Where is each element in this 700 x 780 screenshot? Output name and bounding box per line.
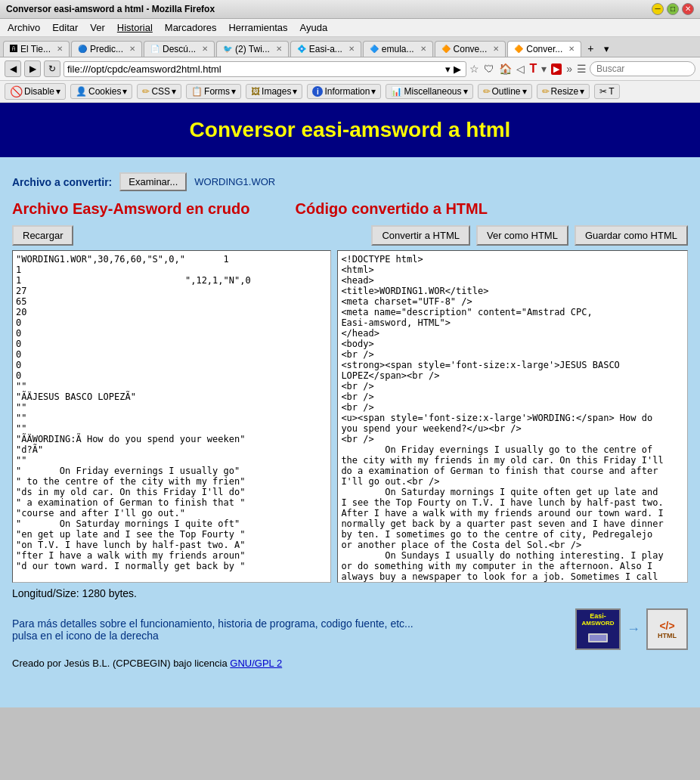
tab-3-close[interactable]: ✕ — [276, 45, 282, 53]
maximize-button[interactable]: □ — [667, 3, 679, 15]
tab-5-close[interactable]: ✕ — [420, 45, 426, 53]
tab-6-close[interactable]: ✕ — [493, 45, 499, 53]
browse-button[interactable]: Examinar... — [119, 172, 187, 191]
outline-button[interactable]: ✏ Outline ▾ — [478, 84, 532, 99]
address-icons: ☆ 🛡 🏠 ◁ T ▾ ▶ » ☰ — [469, 62, 587, 76]
url-input[interactable] — [67, 63, 444, 75]
disable-dropdown-icon: ▾ — [56, 86, 60, 97]
bookmark-shield-icon[interactable]: 🛡 — [484, 63, 494, 75]
tab-bar: 🅰 El Tie... ✕ 🔵 Predic... ✕ 📄 Descú... ✕… — [0, 37, 700, 57]
text-icon[interactable]: T — [529, 62, 537, 76]
menu-historial[interactable]: Historial — [113, 20, 157, 35]
file-row: Archivo a convertir: Examinar... WORDING… — [12, 172, 688, 191]
resize-icon: ✏ — [542, 86, 550, 97]
url-dropdown-button[interactable]: ▾ — [444, 63, 452, 75]
outline-icon: ✏ — [483, 86, 491, 97]
html-title: Código convertido a HTML — [296, 200, 488, 218]
information-dropdown-icon: ▾ — [371, 86, 376, 97]
tab-3[interactable]: 🐦 (2) Twi... ✕ — [216, 41, 289, 57]
raw-title: Archivo Easy-Amsword en crudo — [12, 200, 250, 218]
youtube-icon[interactable]: ▶ — [551, 63, 562, 75]
minimize-button[interactable]: ─ — [652, 3, 664, 15]
menu-archivo[interactable]: Archivo — [3, 20, 45, 35]
address-bar: ◀ ▶ ↻ ▾ ▶ ☆ 🛡 🏠 ◁ T ▾ ▶ » ☰ — [0, 57, 700, 81]
cookies-dropdown-icon: ▾ — [122, 86, 127, 97]
license-link[interactable]: GNU/GPL 2 — [230, 658, 282, 669]
back-button[interactable]: ◀ — [5, 60, 21, 77]
reload-nav-button[interactable]: ↻ — [44, 60, 60, 77]
tab-0-close[interactable]: ✕ — [57, 45, 63, 53]
svg-rect-1 — [590, 635, 606, 641]
dev-toolbar: 🚫 Disable ▾ 👤 Cookies ▾ ✏ CSS ▾ 📋 Forms … — [0, 81, 700, 103]
outline-dropdown-icon: ▾ — [522, 86, 527, 97]
forward-button[interactable]: ▶ — [24, 60, 41, 77]
tab-1-close[interactable]: ✕ — [129, 45, 135, 53]
images-button[interactable]: 🖼 Images ▾ — [246, 84, 302, 99]
menu-ver[interactable]: Ver — [85, 20, 110, 35]
view-html-button[interactable]: Ver como HTML — [476, 225, 568, 246]
menu-herramientas[interactable]: Herramientas — [224, 20, 292, 35]
tab-6[interactable]: 🔶 Conve... ✕ — [435, 41, 506, 57]
window-title: Conversor easi-amsword a html - Mozilla … — [6, 4, 215, 14]
footer-logos: Easi- AMSWORD → — [575, 608, 688, 650]
menu-icon[interactable]: ☰ — [577, 63, 587, 75]
tab-7[interactable]: 🔶 Conver... ✕ — [507, 41, 581, 57]
section-titles: Archivo Easy-Amsword en crudo Código con… — [12, 200, 688, 218]
disable-button[interactable]: 🚫 Disable ▾ — [5, 83, 66, 100]
file-label: Archivo a convertir: — [12, 176, 112, 188]
tab-2[interactable]: 📄 Descú... ✕ — [144, 41, 215, 57]
home-icon[interactable]: 🏠 — [499, 63, 512, 75]
credits: Creado por Jesús B.L. (CPCBEGIN) bajo li… — [12, 658, 688, 669]
css-button[interactable]: ✏ CSS ▾ — [137, 84, 181, 99]
page-title: Conversor easi-amsword a html — [15, 118, 685, 142]
tab-4-close[interactable]: ✕ — [348, 45, 355, 53]
back-icon2[interactable]: ◁ — [516, 63, 525, 75]
new-tab-button[interactable]: + — [583, 40, 598, 57]
extra-tools-button[interactable]: ✂T — [594, 84, 619, 99]
resize-button[interactable]: ✏ Resize ▾ — [537, 84, 590, 99]
menu-marcadores[interactable]: Marcadores — [160, 20, 221, 35]
images-icon: 🖼 — [251, 86, 260, 97]
miscellaneous-button[interactable]: 📊 Miscellaneous ▾ — [386, 84, 472, 99]
tab-4[interactable]: 💠 Easi-a... ✕ — [290, 41, 361, 57]
tab-1[interactable]: 🔵 Predic... ✕ — [71, 41, 142, 57]
url-bar[interactable]: ▾ ▶ — [63, 61, 466, 77]
more-tools-icon[interactable]: » — [566, 63, 572, 75]
menu-editar[interactable]: Editar — [48, 20, 82, 35]
window-title-bar: Conversor easi-amsword a html - Mozilla … — [0, 0, 700, 19]
save-html-button[interactable]: Guardar como HTML — [575, 225, 688, 246]
easi-amsword-logo[interactable]: Easi- AMSWORD — [575, 608, 621, 650]
tab-7-close[interactable]: ✕ — [568, 45, 575, 53]
tab-menu-button[interactable]: ▾ — [599, 41, 614, 57]
url-go-button[interactable]: ▶ — [452, 63, 463, 75]
information-icon: i — [312, 86, 323, 97]
search-bar[interactable] — [590, 61, 695, 76]
cookies-icon: 👤 — [76, 86, 87, 97]
tab-0[interactable]: 🅰 El Tie... ✕ — [3, 41, 70, 57]
addr-dropdown-icon[interactable]: ▾ — [541, 63, 547, 75]
menu-ayuda[interactable]: Ayuda — [295, 20, 332, 35]
close-button[interactable]: ✕ — [682, 3, 694, 15]
tab-2-close[interactable]: ✕ — [202, 45, 208, 53]
footer-text: Para más detalles sobre el funcionamient… — [12, 618, 566, 642]
cookies-button[interactable]: 👤 Cookies ▾ — [70, 84, 132, 99]
forms-icon: 📋 — [191, 86, 203, 97]
footer-info: Para más detalles sobre el funcionamient… — [12, 608, 688, 650]
images-dropdown-icon: ▾ — [293, 86, 297, 97]
forms-dropdown-icon: ▾ — [231, 86, 236, 97]
tab-5[interactable]: 🔷 emula... ✕ — [363, 41, 433, 57]
bookmark-star-icon[interactable]: ☆ — [469, 63, 479, 75]
html-editor[interactable]: <!DOCTYPE html> <html> <head> <title>WOR… — [337, 250, 688, 583]
convert-button[interactable]: Convertir a HTML — [371, 225, 470, 246]
html-logo[interactable]: </> HTML — [646, 608, 688, 650]
window-controls: ─ □ ✕ — [652, 3, 694, 15]
forms-button[interactable]: 📋 Forms ▾ — [186, 84, 241, 99]
raw-editor[interactable]: "WORDING1.WOR",30,76,60,"S",0," 1 1 1 ",… — [12, 250, 331, 583]
search-input[interactable] — [596, 63, 689, 74]
file-name: WORDING1.WOR — [194, 176, 275, 187]
page-content: Conversor easi-amsword a html Archivo a … — [0, 103, 700, 707]
information-button[interactable]: i Information ▾ — [307, 84, 381, 99]
page-body: Archivo a convertir: Examinar... WORDING… — [0, 166, 700, 675]
reload-button[interactable]: Recargar — [12, 225, 73, 246]
css-icon: ✏ — [142, 86, 150, 97]
